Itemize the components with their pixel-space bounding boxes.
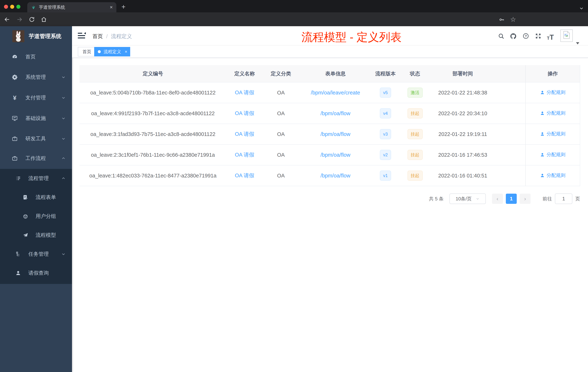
table-row: oa_leave:3:1fad3d93-7b75-11ec-a3c8-acde4…	[79, 124, 580, 144]
back-icon[interactable]	[4, 16, 10, 22]
sidebar-item-process-management[interactable]: 流程管理	[0, 169, 72, 188]
assign-rule-link[interactable]: 分配规则	[540, 110, 566, 116]
user-icon	[540, 90, 545, 95]
chevron-up-icon	[61, 176, 66, 181]
page-unit-label: 页	[575, 196, 580, 202]
user-avatar[interactable]	[560, 30, 573, 42]
sidebar-item-process-form[interactable]: 流程表单	[0, 188, 72, 207]
assign-rule-link[interactable]: 分配规则	[540, 152, 566, 158]
next-page-button[interactable]: ›	[520, 194, 531, 204]
tag-home[interactable]: 首页	[78, 47, 96, 56]
sidebar-item-devtools[interactable]: 研发工具	[0, 129, 72, 149]
sidebar-collapse-icon[interactable]	[78, 33, 85, 39]
definition-id: oa_leave:1:482ec033-762a-11ec-8477-a2380…	[79, 165, 226, 186]
status-badge: 挂起	[408, 171, 423, 181]
dashboard-icon	[12, 54, 18, 60]
form-link[interactable]: /bpm/oa/leave/create	[311, 90, 360, 96]
monitor-icon	[12, 115, 18, 121]
breadcrumb-current: 流程定义	[111, 33, 132, 40]
status-badge: 挂起	[408, 150, 423, 160]
status-badge: 挂起	[408, 129, 423, 139]
sidebar-item-infrastructure[interactable]: 基础设施	[0, 108, 72, 129]
col-actions: 操作	[525, 65, 580, 82]
goto-page-input[interactable]	[555, 194, 572, 204]
paper-plane-icon	[22, 232, 28, 238]
home-icon[interactable]	[41, 16, 47, 22]
browser-tab[interactable]: 芋道管理系统 ×	[27, 2, 116, 12]
form-link[interactable]: /bpm/oa/flow	[321, 152, 350, 158]
assign-rule-link[interactable]: 分配规则	[540, 172, 566, 178]
col-deploy-time: 部署时间	[431, 65, 494, 82]
table-row: oa_leave:2:3c1f0ef1-76b1-11ec-9c66-a2380…	[79, 144, 580, 165]
user-icon	[540, 131, 545, 136]
col-definition-id: 定义编号	[79, 65, 226, 82]
window-minimize-button[interactable]	[10, 5, 14, 9]
help-icon[interactable]: ?	[523, 33, 529, 39]
definition-name-link[interactable]: OA 请假	[235, 110, 254, 116]
sidebar-item-system[interactable]: 系统管理	[0, 67, 72, 87]
assign-rule-link[interactable]: 分配规则	[540, 131, 566, 137]
col-form-info: 表单信息	[299, 65, 372, 82]
definition-category: OA	[263, 82, 299, 103]
key-icon[interactable]	[499, 17, 505, 22]
sidebar-item-home[interactable]: 首页	[0, 47, 72, 67]
definition-name-link[interactable]: OA 请假	[235, 131, 254, 137]
sidebar-item-user-group[interactable]: 用户分组	[0, 207, 72, 226]
goto-label: 前往	[543, 196, 552, 202]
definition-category: OA	[263, 124, 299, 144]
definition-name-link[interactable]: OA 请假	[235, 152, 254, 158]
definition-category: OA	[263, 165, 299, 186]
sidebar-item-task-management[interactable]: 任务管理	[0, 245, 72, 263]
user-icon	[540, 173, 545, 178]
window-close-button[interactable]	[4, 5, 8, 9]
definition-table: 定义编号 定义名称 定义分类 表单信息 流程版本 状态 部署时间 操作 oa_l…	[79, 65, 580, 186]
tab-search-chevron-icon[interactable]	[579, 6, 584, 11]
user-icon	[15, 270, 21, 276]
table-row: oa_leave:5:004b710b-7b8a-11ec-8ef0-acde4…	[79, 82, 580, 103]
list-icon	[15, 175, 21, 181]
definition-name-link[interactable]: OA 请假	[235, 173, 254, 178]
version-badge: v5	[380, 88, 391, 98]
sidebar-item-process-model[interactable]: 流程模型	[0, 226, 72, 245]
definition-name-link[interactable]: OA 请假	[235, 89, 254, 95]
form-link[interactable]: /bpm/oa/flow	[321, 110, 350, 116]
reload-icon[interactable]	[29, 16, 35, 22]
tag-close-icon[interactable]: ×	[125, 49, 127, 54]
deploy-time: 2022-01-16 17:46:53	[431, 144, 494, 165]
sidebar-item-workflow[interactable]: 工作流程	[0, 148, 72, 169]
col-definition-name: 定义名称	[226, 65, 263, 82]
sidebar-item-payment[interactable]: ¥ 支付管理	[0, 88, 72, 108]
page-size-select[interactable]: 10条/页	[450, 194, 486, 204]
bookmark-star-icon[interactable]: ☆	[510, 16, 516, 23]
tab-close-icon[interactable]: ×	[110, 4, 113, 10]
font-size-icon[interactable]: TT	[547, 33, 554, 41]
table-header-row: 定义编号 定义名称 定义分类 表单信息 流程版本 状态 部署时间 操作	[79, 65, 580, 82]
chevron-down-icon	[61, 136, 66, 141]
form-link[interactable]: /bpm/oa/flow	[321, 131, 350, 137]
sidebar: 芋道管理系统 首页 系统管理 ¥ 支付管理 基础设施 研发工具	[0, 26, 72, 372]
deploy-time: 2022-01-16 01:40:51	[431, 165, 494, 186]
chevron-down-icon	[61, 252, 66, 256]
navbar: 首页 / 流程定义 流程模型 - 定义列表 ? TT	[72, 26, 588, 45]
prev-page-button[interactable]: ‹	[492, 194, 503, 204]
sidebar-item-leave-query[interactable]: 请假查询	[0, 263, 72, 283]
definition-category: OA	[263, 144, 299, 165]
version-badge: v2	[380, 150, 391, 160]
forward-icon[interactable]	[16, 16, 22, 22]
document-edit-icon	[22, 194, 28, 200]
breadcrumb-home[interactable]: 首页	[92, 33, 103, 40]
sidebar-logo[interactable]: 芋道管理系统	[12, 30, 62, 42]
page-1-button[interactable]: 1	[506, 194, 517, 204]
tag-active-process-definition[interactable]: 流程定义 ×	[94, 47, 130, 56]
form-link[interactable]: /bpm/oa/flow	[321, 173, 350, 178]
search-icon[interactable]	[498, 33, 504, 39]
github-icon[interactable]	[510, 33, 517, 40]
assign-rule-link[interactable]: 分配规则	[540, 89, 566, 96]
version-badge: v3	[380, 129, 391, 139]
window-maximize-button[interactable]	[16, 5, 20, 9]
favicon-plant-icon	[31, 5, 36, 10]
new-tab-button[interactable]: +	[121, 4, 126, 10]
col-status: 状态	[399, 65, 431, 82]
fullscreen-icon[interactable]	[535, 33, 541, 39]
chevron-up-icon	[61, 156, 66, 161]
